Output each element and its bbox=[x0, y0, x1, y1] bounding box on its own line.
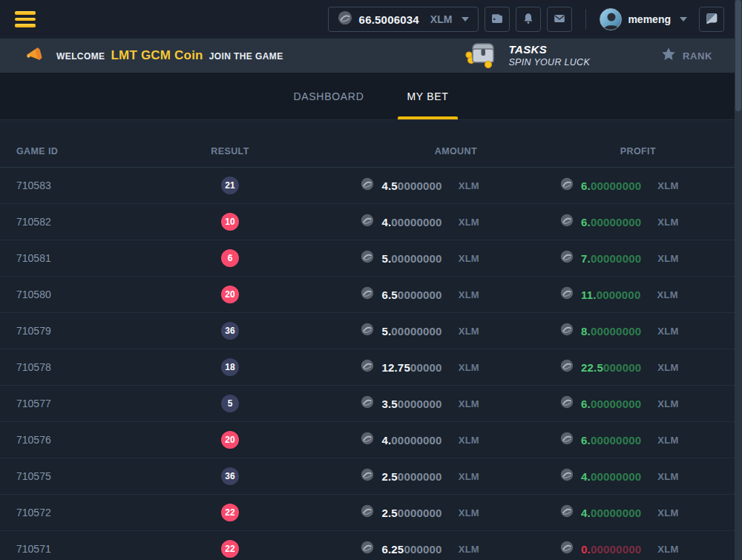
tasks-link[interactable]: TASKS SPIN YOUR LUCK bbox=[465, 40, 590, 71]
notifications-button[interactable] bbox=[516, 7, 541, 32]
amount-value: 6.25000000 bbox=[381, 543, 441, 556]
profit-value: 7.00000000 bbox=[581, 252, 641, 265]
profit-currency: XLM bbox=[657, 544, 678, 555]
coin-icon bbox=[361, 286, 374, 303]
amount-zeros: 00000000 bbox=[391, 434, 441, 447]
column-header-amount: AMOUNT bbox=[275, 146, 519, 157]
star-icon bbox=[660, 46, 677, 65]
result-badge: 36 bbox=[221, 467, 239, 485]
game-id: 710576 bbox=[0, 434, 186, 446]
balance-selector[interactable]: 66.5006034 XLM bbox=[328, 7, 479, 32]
coin-icon bbox=[560, 504, 574, 521]
amount-zeros: 0000000 bbox=[398, 289, 442, 301]
result-badge: 18 bbox=[221, 358, 239, 376]
scrollbar-thumb[interactable] bbox=[735, 0, 741, 111]
amount-currency: XLM bbox=[459, 217, 479, 228]
profit-zeros: 00000000 bbox=[591, 398, 641, 410]
coin-icon bbox=[361, 214, 374, 230]
profit-zeros: 00000000 bbox=[591, 252, 641, 265]
profit-currency: XLM bbox=[657, 507, 678, 518]
amount-currency: XLM bbox=[459, 180, 479, 191]
welcome-prefix: WELCOME bbox=[56, 51, 105, 62]
profit-value: 4.00000000 bbox=[581, 507, 641, 519]
hamburger-menu-icon[interactable] bbox=[15, 11, 36, 27]
game-id: 710582 bbox=[0, 216, 186, 228]
amount-main: 3.5 bbox=[381, 398, 397, 410]
top-bar: 66.5006034 XLM bbox=[0, 0, 742, 39]
chevron-down-icon bbox=[680, 17, 687, 22]
profit-main: 4. bbox=[581, 507, 591, 519]
coin-icon bbox=[560, 286, 574, 303]
rank-link[interactable]: RANK bbox=[660, 46, 712, 65]
coin-icon bbox=[361, 432, 374, 448]
bet-table-body: 710583 21 4.50000000 XLM bbox=[0, 168, 742, 560]
amount-zeros: 0000000 bbox=[398, 398, 442, 410]
page-scrollbar[interactable] bbox=[735, 0, 742, 560]
profit-currency: XLM bbox=[657, 289, 677, 300]
column-header-profit: PROFIT bbox=[519, 146, 742, 157]
coin-icon bbox=[560, 323, 574, 339]
table-row[interactable]: 710579 36 5.00000000 XLM bbox=[0, 313, 742, 349]
table-row[interactable]: 710583 21 4.50000000 XLM bbox=[0, 168, 742, 204]
amount-main: 4. bbox=[381, 434, 391, 447]
coin-icon bbox=[560, 395, 574, 412]
coin-icon bbox=[560, 214, 574, 230]
game-id: 710578 bbox=[0, 361, 186, 373]
balance-currency: XLM bbox=[430, 13, 453, 25]
profit-zeros: 00000000 bbox=[591, 434, 641, 447]
amount-zeros: 0000000 bbox=[398, 179, 442, 192]
table-row[interactable]: 710582 10 4.00000000 XLM bbox=[0, 204, 742, 240]
amount-value: 4.00000000 bbox=[381, 434, 441, 447]
coin-icon bbox=[560, 177, 574, 194]
username: memeng bbox=[628, 13, 671, 25]
amount-main: 6.25 bbox=[381, 543, 404, 556]
user-menu[interactable]: memeng bbox=[600, 8, 687, 30]
table-row[interactable]: 710576 20 4.00000000 XLM bbox=[0, 422, 742, 458]
welcome-suffix: JOIN THE GAME bbox=[209, 51, 283, 62]
result-badge: 20 bbox=[221, 431, 239, 449]
amount-currency: XLM bbox=[459, 471, 479, 482]
game-id: 710575 bbox=[0, 470, 186, 482]
banner-right-cluster: TASKS SPIN YOUR LUCK RANK bbox=[465, 40, 712, 71]
amount-main: 5. bbox=[381, 252, 391, 265]
coin-icon bbox=[560, 541, 574, 557]
table-row[interactable]: 710577 5 3.50000000 XLM bbox=[0, 386, 742, 422]
profit-zeros: 00000000 bbox=[591, 543, 641, 556]
profit-value: 8.00000000 bbox=[581, 325, 641, 337]
profit-value: 22.5000000 bbox=[581, 361, 641, 374]
treasure-chest-icon bbox=[465, 40, 499, 71]
megaphone-icon bbox=[25, 44, 46, 67]
amount-currency: XLM bbox=[459, 507, 479, 518]
amount-main: 2.5 bbox=[381, 470, 397, 483]
profit-currency: XLM bbox=[657, 435, 678, 446]
table-row[interactable]: 710575 36 2.50000000 XLM bbox=[0, 458, 742, 495]
table-row[interactable]: 710578 18 12.7500000 XLM bbox=[0, 349, 742, 386]
game-id: 710583 bbox=[0, 179, 186, 191]
coin-icon bbox=[361, 541, 374, 557]
amount-currency: XLM bbox=[459, 253, 479, 264]
profit-main: 6. bbox=[581, 434, 591, 447]
tab-my-bet[interactable]: MY BET bbox=[398, 73, 457, 119]
profit-zeros: 00000000 bbox=[591, 179, 641, 192]
profit-zeros: 00000000 bbox=[591, 470, 641, 483]
messages-button[interactable] bbox=[547, 7, 572, 32]
chat-toggle-button[interactable] bbox=[699, 7, 724, 32]
profit-currency: XLM bbox=[657, 217, 678, 228]
amount-zeros: 00000000 bbox=[391, 325, 441, 337]
profit-main: 8. bbox=[581, 325, 591, 337]
wallet-button[interactable] bbox=[485, 7, 510, 32]
coin-icon bbox=[361, 177, 374, 194]
profit-currency: XLM bbox=[657, 362, 678, 373]
table-row[interactable]: 710571 22 6.25000000 XLM bbox=[0, 531, 742, 560]
amount-value: 12.7500000 bbox=[381, 361, 441, 374]
table-row[interactable]: 710572 22 2.50000000 XLM bbox=[0, 495, 742, 531]
table-row[interactable]: 710580 20 6.50000000 XLM bbox=[0, 277, 742, 313]
profit-main: 6. bbox=[581, 398, 591, 410]
result-badge: 10 bbox=[221, 213, 239, 231]
amount-currency: XLM bbox=[459, 326, 479, 337]
tab-dashboard[interactable]: DASHBOARD bbox=[284, 73, 372, 119]
column-header-result: RESULT bbox=[186, 146, 275, 157]
table-row[interactable]: 710581 6 5.00000000 XLM bbox=[0, 240, 742, 277]
wallet-icon bbox=[490, 12, 504, 27]
amount-zeros: 000000 bbox=[404, 543, 441, 556]
